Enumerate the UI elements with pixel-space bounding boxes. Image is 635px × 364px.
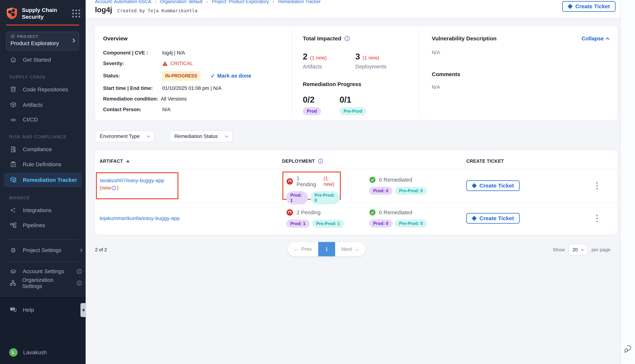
vulnerability-description-title: Vulnerability Description [432, 36, 496, 42]
sidebar-item-get-started[interactable]: Get Started [0, 53, 86, 66]
next-page-button[interactable]: Next → [335, 242, 366, 256]
infinity-icon: ∞ [9, 117, 17, 122]
sidebar-nav: Get Started SUPPLY CHAIN Code Repositori… [0, 53, 86, 289]
help-button[interactable]: ? Help [0, 303, 86, 317]
user-menu[interactable]: L Lavakush [0, 346, 86, 359]
pending-icon [286, 209, 293, 216]
collapse-link[interactable]: Collapse [581, 36, 609, 42]
sidebar-item-organization-settings[interactable]: Organization Settings [0, 277, 86, 289]
sidebar-item-compliance[interactable]: Compliance [0, 142, 86, 156]
sidebar-item-project-settings[interactable]: ⚙ Project Settings [0, 244, 86, 257]
contact-label: Contact Person: [103, 107, 162, 112]
comments-title: Comments [432, 71, 609, 78]
page-number-button[interactable]: 1 [318, 242, 335, 256]
overview-card: Overview Component | CVE : log4j | N/A S… [95, 26, 617, 120]
severity-label: Severity: [103, 61, 162, 66]
environment-type-filter[interactable]: Environment Type [95, 130, 154, 142]
pending-count: 2 Pending [297, 210, 321, 216]
preprod-count-chip: Pre-Prod: 0 [395, 220, 427, 228]
mark-as-done-link[interactable]: ✓ Mark as done [210, 73, 251, 79]
sidebar-item-rule-definitions[interactable]: Rule Definitions [0, 158, 86, 171]
chevron-right-icon [79, 248, 82, 252]
sidebar-item-cicd[interactable]: ∞ CI/CD [0, 113, 86, 126]
account-layers-icon [9, 268, 17, 275]
artifacts-stat: 2 (1 new) Artifacts [303, 52, 355, 70]
table-row: lavakush07/easy-buggy-app (new) [95, 168, 617, 202]
section-risk-compliance: RISK AND COMPLIANCE [9, 134, 86, 140]
breadcrumb-account[interactable]: Account: Automation-SSCA [95, 0, 151, 4]
svg-text:?: ? [12, 308, 13, 310]
status-label: Status: [103, 73, 162, 79]
prod-count-chip: Prod: 1 [286, 220, 310, 228]
component-value: log4j | N/A [162, 50, 185, 56]
artifacts-table: ARTIFACT DEPLOYMENT CREATE TICKET [95, 150, 617, 235]
row-kebab-menu[interactable] [577, 215, 617, 222]
project-label: PROJECT [17, 34, 39, 39]
artifacts-stat-label: Artifacts [303, 64, 355, 70]
preprod-count-chip: Pre-Prod: 0 [311, 191, 340, 204]
preprod-progress-value: 0/1 [340, 95, 376, 104]
project-selector[interactable]: PROJECT Product Exploratory [6, 32, 79, 50]
breadcrumb-project[interactable]: Project: Product Exploratory [212, 0, 269, 4]
vulnerability-section: Vulnerability Description Collapse N/A C… [420, 26, 617, 120]
component-row: Component | CVE : log4j | N/A [103, 50, 291, 56]
prev-page-button[interactable]: ← Prev [288, 242, 318, 256]
preprod-chip: Pre-Prod [340, 107, 366, 115]
sidebar-item-artifacts[interactable]: Artifacts [0, 98, 86, 112]
sidebar-collapse-handle[interactable] [81, 303, 86, 317]
code-repo-icon [9, 86, 17, 93]
page-size-select[interactable]: 20 [569, 244, 587, 256]
app-switcher-grid-icon[interactable] [72, 10, 80, 18]
chevron-down-icon [225, 134, 228, 138]
status-badge: IN-PROGRESS [162, 71, 200, 81]
breadcrumb-org[interactable]: Organization: default [160, 0, 203, 4]
create-ticket-header-button[interactable]: Create Ticket [562, 1, 615, 12]
arrow-left-icon: ← [294, 246, 299, 252]
info-icon[interactable] [76, 280, 82, 286]
breadcrumb-separator: › [273, 0, 274, 4]
arrow-right-icon: → [354, 246, 359, 252]
sidebar-item-integrations[interactable]: Integrations [0, 204, 86, 217]
artifacts-cube-icon [9, 102, 17, 108]
remediation-status-filter[interactable]: Remediation Status [170, 130, 233, 142]
check-icon: ✓ [210, 73, 215, 79]
total-impacted-title: Total Impacted [303, 36, 341, 42]
divider [6, 262, 79, 262]
info-icon[interactable] [344, 36, 350, 42]
create-ticket-row-button[interactable]: Create Ticket [466, 213, 520, 224]
sidebar: Supply Chain Security PROJECT Product Ex… [0, 0, 86, 364]
row-kebab-menu[interactable] [577, 182, 617, 190]
severity-value: CRITICAL [162, 61, 193, 66]
support-chat-icon[interactable] [623, 345, 632, 352]
supply-chain-security-logo [6, 7, 18, 20]
sidebar-item-code-repositories[interactable]: Code Repositories [0, 83, 86, 96]
create-ticket-row-button[interactable]: Create Ticket [466, 180, 520, 191]
created-by-text: Created by Teja Kummarikuntla [117, 8, 197, 14]
filters-row: Environment Type Remediation Status [95, 130, 620, 142]
condition-row: Remediation condition: All Versions [103, 96, 291, 102]
info-icon[interactable] [111, 186, 116, 190]
remediated-icon [369, 209, 376, 216]
artifact-column-header: ARTIFACT [95, 158, 282, 164]
sidebar-item-pipelines[interactable]: Pipelines [0, 218, 86, 232]
help-chat-icon: ? [9, 306, 17, 313]
sidebar-header: Supply Chain Security [0, 0, 86, 20]
info-icon[interactable] [76, 268, 82, 274]
artifact-link[interactable]: tejakummarikuntla/easy-buggy-app [100, 215, 180, 222]
prod-count-chip: Prod: 0 [369, 187, 392, 195]
sidebar-item-remediation-tracker[interactable]: Remediation Tracker [4, 173, 82, 187]
condition-value: All Versions [161, 96, 187, 102]
sort-ascending-icon[interactable] [126, 160, 130, 162]
breadcrumb-current[interactable]: Remediation Tracker [278, 0, 321, 4]
vulnerability-description-value: N/A [432, 50, 609, 56]
create-ticket-column-header: CREATE TICKET [466, 158, 577, 164]
divider [6, 240, 79, 240]
deployments-count: 3 [355, 52, 360, 62]
time-row: Start time | End time: 01/10/2025 01:08 … [103, 85, 291, 91]
sidebar-item-account-settings[interactable]: Account Settings [0, 266, 86, 277]
table-header-row: ARTIFACT DEPLOYMENT CREATE TICKET [95, 150, 617, 168]
pagination-summary: 2 of 2 [95, 247, 107, 253]
info-icon[interactable] [318, 158, 323, 164]
breadcrumb-separator: › [206, 0, 208, 4]
artifact-link[interactable]: lavakush07/easy-buggy-app (new) [100, 177, 164, 192]
